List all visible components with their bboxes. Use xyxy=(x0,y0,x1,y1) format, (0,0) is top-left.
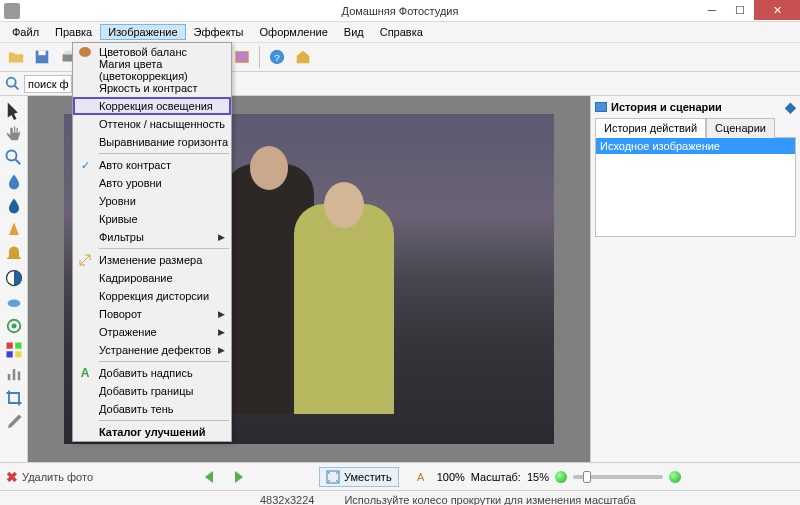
menu-item[interactable]: Кривые xyxy=(73,210,231,228)
image-menu-dropdown: Цветовой балансМагия цвета (цветокоррекц… xyxy=(72,42,232,442)
open-folder-button[interactable] xyxy=(4,45,28,69)
submenu-arrow-icon: ▶ xyxy=(218,309,225,319)
search-input[interactable] xyxy=(24,75,72,93)
zoom-slider[interactable] xyxy=(573,475,663,479)
help-button[interactable]: ? xyxy=(265,45,289,69)
svg-rect-3 xyxy=(64,51,71,55)
menu-divider xyxy=(99,361,229,362)
menu-item[interactable]: Магия цвета (цветокоррекция) xyxy=(73,61,231,79)
save-button[interactable] xyxy=(30,45,54,69)
submenu-arrow-icon: ▶ xyxy=(218,345,225,355)
history-item[interactable]: Исходное изображение xyxy=(596,138,795,154)
check-icon: ✓ xyxy=(77,157,93,173)
menu-item[interactable]: Яркость и контраст xyxy=(73,79,231,97)
cloud-tool[interactable] xyxy=(4,292,24,312)
color-tool[interactable] xyxy=(4,340,24,360)
menu-item[interactable]: Уровни xyxy=(73,192,231,210)
menu-item[interactable]: Поворот▶ xyxy=(73,305,231,323)
menu-item[interactable]: Отражение▶ xyxy=(73,323,231,341)
home-button[interactable] xyxy=(291,45,315,69)
menu-item-label: Устранение дефектов xyxy=(99,344,211,356)
menu-image[interactable]: Изображение xyxy=(100,24,185,40)
menu-item[interactable]: Оттенок / насыщенность xyxy=(73,115,231,133)
menu-item-label: Добавить границы xyxy=(99,385,193,397)
levels-tool[interactable] xyxy=(4,364,24,384)
menu-view[interactable]: Вид xyxy=(336,24,372,40)
text-icon: A xyxy=(77,365,93,381)
menu-item-label: Уровни xyxy=(99,195,136,207)
menu-item[interactable]: Изменение размера xyxy=(73,251,231,269)
menu-item[interactable]: Авто уровни xyxy=(73,174,231,192)
menu-item[interactable]: Добавить тень xyxy=(73,400,231,418)
menu-item-label: Выравнивание горизонта xyxy=(99,136,228,148)
menu-effects[interactable]: Эффекты xyxy=(186,24,252,40)
svg-point-32 xyxy=(79,47,91,57)
svg-text:A: A xyxy=(417,471,425,483)
menu-item[interactable]: AДобавить надпись xyxy=(73,364,231,382)
delete-label: Удалить фото xyxy=(22,471,93,483)
zoom-tool[interactable] xyxy=(4,148,24,168)
target-tool[interactable] xyxy=(4,316,24,336)
menu-item[interactable]: ✓Авто контраст xyxy=(73,156,231,174)
menu-divider xyxy=(99,420,229,421)
menubar: Файл Правка Изображение Эффекты Оформлен… xyxy=(0,22,800,42)
zoom-in-button[interactable] xyxy=(669,471,681,483)
zoom-section: A 100% Масштаб: 15% xyxy=(417,470,681,484)
frame-button-3[interactable] xyxy=(230,45,254,69)
minimize-button[interactable]: ─ xyxy=(698,0,726,20)
menu-edit[interactable]: Правка xyxy=(47,24,100,40)
resize-icon xyxy=(77,252,93,268)
status-hint: Используйте колесо прокрутки для изменен… xyxy=(344,494,635,506)
crop-tool[interactable] xyxy=(4,388,24,408)
eyedropper-tool[interactable] xyxy=(4,412,24,432)
tab-scenarios[interactable]: Сценарии xyxy=(706,118,775,138)
fit-icon xyxy=(326,470,340,484)
bell-tool[interactable] xyxy=(4,244,24,264)
close-button[interactable]: ✕ xyxy=(754,0,800,20)
menu-item[interactable]: Добавить границы xyxy=(73,382,231,400)
zoom-100-label: 100% xyxy=(437,471,465,483)
svg-rect-28 xyxy=(12,369,15,380)
menu-item[interactable]: Коррекция дисторсии xyxy=(73,287,231,305)
drop-tool-2[interactable] xyxy=(4,196,24,216)
menu-file[interactable]: Файл xyxy=(4,24,47,40)
menu-item[interactable]: Каталог улучшений xyxy=(73,423,231,441)
bottom-bar: ✖ Удалить фото Уместить A 100% Масштаб: … xyxy=(0,462,800,490)
menu-item[interactable]: Устранение дефектов▶ xyxy=(73,341,231,359)
panel-collapse-icon[interactable]: ◆ xyxy=(785,99,796,115)
svg-point-22 xyxy=(11,324,16,329)
drop-tool-1[interactable] xyxy=(4,172,24,192)
pointer-tool[interactable] xyxy=(4,100,24,120)
scale-label: Масштаб: xyxy=(471,471,521,483)
menu-divider xyxy=(99,153,229,154)
next-button[interactable] xyxy=(229,468,251,486)
delete-photo-button[interactable]: ✖ Удалить фото xyxy=(6,469,93,485)
panel-tabs: История действий Сценарии xyxy=(595,118,796,138)
history-list: Исходное изображение xyxy=(595,137,796,237)
tab-history[interactable]: История действий xyxy=(595,118,706,138)
menu-item[interactable]: Коррекция освещения xyxy=(73,97,231,115)
fit-button[interactable]: Уместить xyxy=(319,467,399,487)
svg-rect-27 xyxy=(7,374,10,380)
menu-decoration[interactable]: Оформление xyxy=(252,24,336,40)
slider-thumb[interactable] xyxy=(583,471,591,483)
prev-button[interactable] xyxy=(201,468,223,486)
menu-item[interactable]: Кадрирование xyxy=(73,269,231,287)
menu-help[interactable]: Справка xyxy=(372,24,431,40)
menu-item[interactable]: Фильтры▶ xyxy=(73,228,231,246)
titlebar: Домашняя Фотостудия ─ ☐ ✕ xyxy=(0,0,800,22)
fit-label: Уместить xyxy=(344,471,392,483)
menu-item-label: Коррекция дисторсии xyxy=(99,290,209,302)
maximize-button[interactable]: ☐ xyxy=(726,0,754,20)
menu-item-label: Добавить тень xyxy=(99,403,174,415)
zoom-actual-icon[interactable]: A xyxy=(417,470,431,484)
menu-item[interactable]: Выравнивание горизонта xyxy=(73,133,231,151)
cone-tool[interactable] xyxy=(4,220,24,240)
contrast-tool[interactable] xyxy=(4,268,24,288)
zoom-out-button[interactable] xyxy=(555,471,567,483)
status-bar: 4832x3224 Используйте колесо прокрутки д… xyxy=(0,490,800,505)
submenu-arrow-icon: ▶ xyxy=(218,327,225,337)
svg-rect-26 xyxy=(15,351,21,357)
hand-tool[interactable] xyxy=(4,124,24,144)
menu-item-label: Поворот xyxy=(99,308,142,320)
